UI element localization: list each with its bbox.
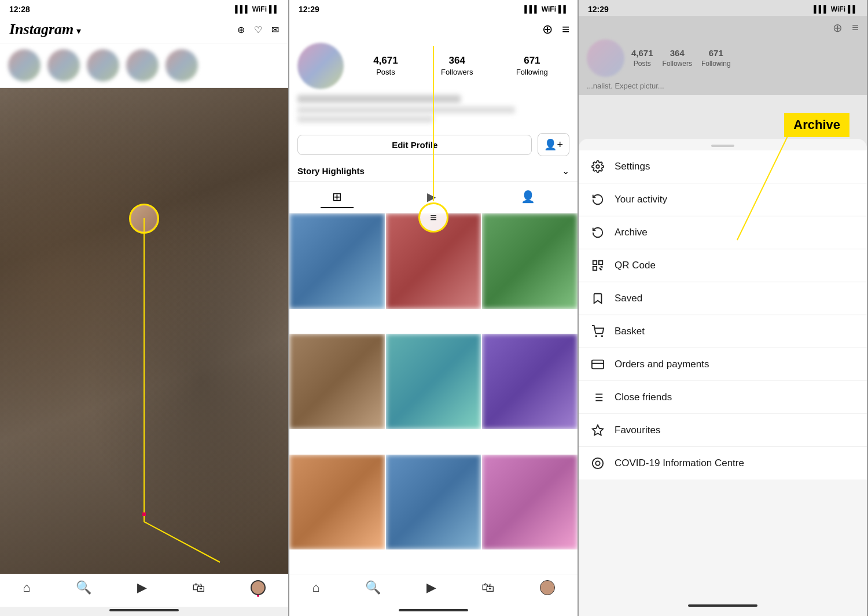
following-dim: 671 xyxy=(701,48,731,58)
menu-item-close-friends[interactable]: Close friends xyxy=(579,381,867,414)
search-nav-icon[interactable]: 🔍 xyxy=(76,580,91,595)
shop-nav-icon[interactable]: 🛍 xyxy=(192,580,205,595)
photo-grid xyxy=(289,213,578,574)
grid-cell-7[interactable] xyxy=(289,455,385,550)
wifi-icon-2: WiFi xyxy=(542,5,556,13)
profile-header: ⊕ ≡ xyxy=(289,16,578,43)
wifi-icon-3: WiFi xyxy=(831,5,845,13)
menu-handle xyxy=(711,145,734,147)
orders-label: Orders and payments xyxy=(615,359,709,370)
grid-cell-1[interactable] xyxy=(289,213,385,309)
story-3[interactable] xyxy=(87,49,119,82)
avatar-dim xyxy=(587,39,624,77)
heart-icon[interactable]: ♡ xyxy=(254,24,262,35)
followers-stat[interactable]: 364 Followers xyxy=(441,55,473,77)
story-2[interactable] xyxy=(47,49,80,82)
profile-name-blur xyxy=(297,95,461,103)
reels-nav-2[interactable]: ▶ xyxy=(426,580,436,595)
menu-item-saved[interactable]: Saved xyxy=(579,282,867,315)
grid-cell-9[interactable] xyxy=(482,455,578,550)
menu-item-basket[interactable]: Basket xyxy=(579,315,867,348)
bottom-nav-2: ⌂ 🔍 ▶ 🛍 xyxy=(289,574,578,607)
phone-profile: 12:29 ▌▌▌ WiFi ▌▌ ⊕ ≡ 4,671 Posts 364 xyxy=(289,0,579,616)
panel-feed: 12:28 ▌▌▌ WiFi ▌▌ Instagram ▾ ⊕ ♡ ✉ xyxy=(0,0,289,616)
profile-avatar[interactable] xyxy=(297,43,344,89)
favourites-label: Favourites xyxy=(615,425,660,436)
header-actions: ⊕ ♡ ✉ xyxy=(237,24,279,35)
home-nav-2[interactable]: ⌂ xyxy=(312,580,319,595)
menu-item-qr[interactable]: QR Code xyxy=(579,249,867,282)
battery-icon: ▌▌ xyxy=(269,5,279,13)
following-stat[interactable]: 671 Following xyxy=(516,55,548,77)
qr-label: QR Code xyxy=(615,260,656,271)
profile-nav-avatar[interactable] xyxy=(251,580,266,595)
hamburger-circle-annotation: ≡ xyxy=(418,202,448,233)
logo-text: Instagram xyxy=(9,21,73,38)
grid-cell-4[interactable] xyxy=(289,334,385,429)
bio-dim: ...nalist. Expect pictur... xyxy=(587,82,859,90)
svg-marker-18 xyxy=(593,425,603,435)
profile-bio-area xyxy=(289,95,578,128)
hamburger-menu-icon[interactable]: ≡ xyxy=(562,22,569,37)
tab-grid[interactable]: ⊞ xyxy=(321,186,354,208)
basket-label: Basket xyxy=(615,326,645,337)
shop-nav-2[interactable]: 🛍 xyxy=(481,580,494,595)
following-label-dim: Following xyxy=(701,60,731,68)
grid-cell-8[interactable] xyxy=(386,455,481,550)
status-bar-2: 12:29 ▌▌▌ WiFi ▌▌ xyxy=(289,0,578,16)
followers-label: Followers xyxy=(441,68,473,76)
menu-item-covid[interactable]: COVID-19 Information Centre xyxy=(579,447,867,479)
menu-item-settings[interactable]: Settings xyxy=(579,150,867,183)
edit-profile-button[interactable]: Edit Profile xyxy=(297,135,532,155)
menu-item-archive[interactable]: Archive xyxy=(579,216,867,249)
story-4[interactable] xyxy=(126,49,159,82)
home-nav-icon[interactable]: ⌂ xyxy=(23,580,30,595)
search-nav-2[interactable]: 🔍 xyxy=(365,580,381,595)
panel-profile: 12:29 ▌▌▌ WiFi ▌▌ ⊕ ≡ 4,671 Posts 364 xyxy=(289,0,579,616)
story-1[interactable] xyxy=(8,49,41,82)
archive-annotation-text: Archive xyxy=(793,117,840,132)
status-bar-3: 12:29 ▌▌▌ WiFi ▌▌ xyxy=(579,0,867,16)
time-1: 12:28 xyxy=(9,5,30,14)
signal-icon-3: ▌▌▌ xyxy=(814,5,829,13)
following-label: Following xyxy=(516,68,548,76)
signal-icon: ▌▌▌ xyxy=(235,5,250,13)
grid-cell-3[interactable] xyxy=(482,213,578,309)
svg-point-4 xyxy=(596,165,599,168)
svg-point-9 xyxy=(601,335,602,337)
following-count: 671 xyxy=(516,55,548,67)
phone-feed: 12:28 ▌▌▌ WiFi ▌▌ Instagram ▾ ⊕ ♡ ✉ xyxy=(0,0,289,616)
panel-menu: 12:29 ▌▌▌ WiFi ▌▌ ⊕ ≡ 4,671 Posts xyxy=(579,0,868,616)
reels-nav-icon[interactable]: ▶ xyxy=(137,580,147,595)
archive-annotation-badge: Archive xyxy=(784,113,849,137)
feed-header: Instagram ▾ ⊕ ♡ ✉ xyxy=(0,16,288,43)
story-avatar-annotation[interactable] xyxy=(129,204,159,234)
status-icons-2: ▌▌▌ WiFi ▌▌ xyxy=(524,5,568,13)
add-icon-dim: ⊕ xyxy=(833,21,843,35)
add-content-icon[interactable]: ⊕ xyxy=(542,22,553,37)
saved-icon xyxy=(590,291,605,306)
posts-stat[interactable]: 4,671 Posts xyxy=(373,55,398,77)
story-5[interactable] xyxy=(165,49,198,82)
highlights-chevron[interactable]: ⌄ xyxy=(562,165,569,176)
add-person-button[interactable]: 👤+ xyxy=(538,133,569,156)
tab-tagged[interactable]: 👤 xyxy=(509,186,547,208)
status-icons-1: ▌▌▌ WiFi ▌▌ xyxy=(235,5,279,13)
favourites-icon xyxy=(590,423,605,438)
add-post-icon[interactable]: ⊕ xyxy=(237,24,245,35)
settings-label: Settings xyxy=(615,161,650,172)
grid-cell-5[interactable] xyxy=(386,334,481,429)
logo-dropdown-icon[interactable]: ▾ xyxy=(76,26,81,36)
followers-count: 364 xyxy=(441,55,473,67)
menu-item-favourites[interactable]: Favourites xyxy=(579,414,867,447)
profile-nav-2[interactable] xyxy=(540,580,555,595)
menu-item-activity[interactable]: Your activity xyxy=(579,183,867,216)
story-highlights-label: Story Highlights xyxy=(297,166,365,176)
settings-icon xyxy=(590,159,605,174)
posts-label: Posts xyxy=(376,68,395,76)
menu-item-orders[interactable]: Orders and payments xyxy=(579,348,867,381)
wifi-icon: WiFi xyxy=(252,5,267,13)
grid-cell-6[interactable] xyxy=(482,334,578,429)
home-indicator-3 xyxy=(688,604,757,607)
send-icon[interactable]: ✉ xyxy=(271,24,279,35)
